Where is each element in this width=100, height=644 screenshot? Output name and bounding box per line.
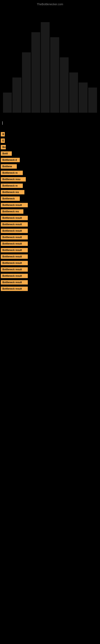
bottleneck-item-8: Bottleneck resu [0, 177, 100, 182]
bottleneck-results-container: B E Bo Bottl Bottleneck d Bottlene Bottl… [0, 129, 100, 301]
bottleneck-label-19: Bottleneck result [1, 248, 28, 252]
bottleneck-item-17: Bottleneck result [0, 235, 100, 240]
chart-bar-10 [88, 88, 97, 113]
bottleneck-item-23: Bottleneck result [0, 274, 100, 279]
bottleneck-label-8: Bottleneck resu [1, 177, 26, 182]
bottleneck-item-19: Bottleneck result [0, 248, 100, 253]
bottleneck-item-25: Bottleneck result [0, 286, 100, 292]
chart-bar-9 [79, 82, 87, 113]
bottleneck-label-15: Bottleneck result [1, 222, 28, 226]
chart-bar-5 [41, 22, 50, 113]
chart-bar-3 [22, 52, 31, 113]
bottleneck-label-3: Bo [1, 145, 6, 149]
bottleneck-item-20: Bottleneck result [0, 254, 100, 260]
bottleneck-item-3: Bo [0, 145, 100, 150]
bottleneck-item-16: Bottleneck result [0, 228, 100, 234]
bottleneck-label-24: Bottleneck result [1, 280, 28, 284]
site-title-area: TheBottlenecker.com [0, 0, 100, 6]
chart-bar-2 [12, 78, 21, 113]
bottleneck-label-11: Bottleneck [1, 196, 20, 201]
bottleneck-item-5: Bottleneck d [0, 158, 100, 163]
bottleneck-label-9: Bottleneck re [1, 184, 23, 188]
bottleneck-item-13: Bottleneck res [0, 209, 100, 214]
bottleneck-item-1: B [0, 132, 100, 137]
chart-bar-4 [31, 32, 40, 113]
bottleneck-label-23: Bottleneck result [1, 274, 28, 278]
bottleneck-item-7: Bottleneck re [0, 171, 100, 176]
bottleneck-label-14: Bottleneck result [1, 216, 28, 220]
bottleneck-label-20: Bottleneck result [1, 254, 28, 259]
bottleneck-label-5: Bottleneck d [1, 158, 20, 162]
bottleneck-item-11: Bottleneck [0, 196, 100, 202]
bottleneck-label-4: Bottl [1, 151, 12, 156]
chart-bar-8 [69, 72, 78, 113]
cursor-area: | [0, 117, 100, 129]
bottleneck-label-12: Bottleneck result [1, 203, 28, 207]
bottleneck-label-1: B [1, 132, 5, 136]
bottleneck-label-7: Bottleneck re [1, 171, 23, 175]
bottleneck-item-24: Bottleneck result [0, 280, 100, 285]
bottleneck-item-12: Bottleneck result [0, 203, 100, 208]
bottleneck-item-22: Bottleneck result [0, 267, 100, 272]
chart-bar-6 [50, 37, 59, 113]
bottleneck-label-17: Bottleneck result [1, 235, 28, 240]
bottleneck-item-6: Bottlene [0, 164, 100, 170]
bottleneck-item-4: Bottl [0, 151, 100, 156]
bottleneck-label-22: Bottleneck result [1, 267, 28, 272]
bottleneck-label-18: Bottleneck result [1, 242, 28, 246]
cursor-marker: | [2, 121, 3, 125]
bottleneck-item-10: Bottleneck res [0, 190, 100, 195]
bottleneck-label-2: E [1, 138, 5, 143]
bottleneck-item-9: Bottleneck re [0, 184, 100, 189]
chart-area [0, 6, 100, 117]
bottleneck-label-10: Bottleneck res [1, 190, 24, 194]
bottleneck-label-21: Bottleneck result [1, 261, 28, 265]
bottleneck-label-6: Bottlene [1, 164, 17, 169]
bottleneck-item-15: Bottleneck result [0, 222, 100, 228]
bottleneck-item-2: E [0, 138, 100, 144]
chart-bar-1 [3, 92, 12, 113]
bottleneck-label-13: Bottleneck res [1, 209, 23, 214]
bottleneck-item-14: Bottleneck result [0, 216, 100, 221]
chart-bar-7 [60, 57, 69, 113]
bottleneck-label-25: Bottleneck result [1, 286, 28, 291]
bottleneck-label-16: Bottleneck result [1, 228, 28, 233]
bottleneck-item-18: Bottleneck result [0, 242, 100, 247]
bottleneck-item-21: Bottleneck result [0, 261, 100, 266]
